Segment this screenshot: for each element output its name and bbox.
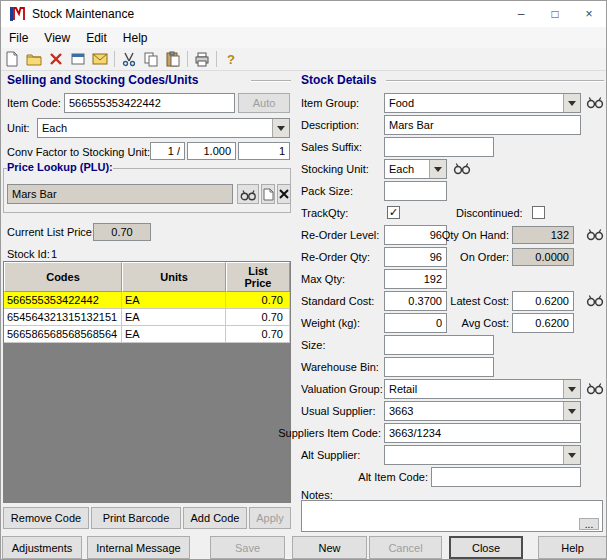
pack-size-input[interactable]: [384, 181, 447, 201]
table-row[interactable]: 566555353422442 EA 0.70: [4, 292, 290, 309]
cell-code[interactable]: 654564321315132151: [4, 309, 122, 326]
stocking-unit-combobox[interactable]: Each: [384, 159, 447, 179]
column-header-codes[interactable]: Codes: [4, 262, 122, 292]
size-input[interactable]: [384, 335, 494, 355]
chevron-down-icon[interactable]: [563, 94, 580, 112]
copy-icon: [143, 51, 159, 67]
menu-view[interactable]: View: [36, 29, 78, 47]
stocking-unit-lookup-button[interactable]: [453, 161, 473, 177]
unit-value: Each: [38, 119, 272, 137]
qty-on-hand-label: Qty On Hand:: [439, 225, 509, 245]
delete-button[interactable]: [45, 49, 67, 69]
new-button[interactable]: [1, 49, 23, 69]
avg-cost-input[interactable]: [512, 313, 574, 333]
weight-input[interactable]: [384, 313, 447, 333]
chevron-down-icon[interactable]: [563, 402, 580, 420]
binoculars-icon: [453, 161, 471, 175]
chevron-down-icon[interactable]: [563, 446, 580, 464]
notes-textarea[interactable]: [301, 500, 603, 532]
cancel-button[interactable]: Cancel: [369, 536, 442, 559]
warehouse-bin-input[interactable]: [384, 357, 494, 377]
mail-button[interactable]: [89, 49, 111, 69]
suppliers-item-code-input[interactable]: [384, 423, 581, 443]
chevron-down-icon[interactable]: [272, 119, 289, 137]
plu-find-button[interactable]: [237, 184, 259, 204]
valuation-group-lookup-button[interactable]: [586, 381, 606, 397]
close-button[interactable]: Close: [449, 536, 523, 559]
cell-price[interactable]: 0.70: [226, 326, 290, 343]
close-icon[interactable]: ×: [572, 1, 606, 27]
item-code-input[interactable]: [64, 93, 235, 113]
plu-clear-button[interactable]: [277, 184, 291, 204]
save-button[interactable]: Save: [210, 536, 285, 559]
column-header-list-price[interactable]: List Price: [226, 262, 290, 292]
reorder-qty-label: Re-Order Qty:: [301, 247, 370, 267]
table-row[interactable]: 654564321315132151 EA 0.70: [4, 309, 290, 326]
cell-unit[interactable]: EA: [122, 292, 226, 309]
alt-supplier-combobox[interactable]: [384, 445, 581, 465]
plu-new-button[interactable]: [261, 184, 275, 204]
apply-button[interactable]: Apply: [249, 507, 291, 529]
open-button[interactable]: [23, 49, 45, 69]
cell-code[interactable]: 566586568568568564: [4, 326, 122, 343]
conv-factor-1-input[interactable]: [150, 142, 185, 160]
conv-factor-3-input[interactable]: [238, 142, 290, 160]
chevron-down-icon[interactable]: [429, 160, 446, 178]
suppliers-item-code-label: Suppliers Item Code:: [271, 423, 381, 443]
print-button[interactable]: [191, 49, 213, 69]
cell-code[interactable]: 566555353422442: [4, 292, 122, 309]
minimize-icon[interactable]: –: [504, 1, 538, 27]
weight-label: Weight (kg):: [301, 313, 360, 333]
codes-grid: Codes Units List Price 566555353422442 E…: [3, 261, 291, 503]
latest-cost-input[interactable]: [512, 291, 574, 311]
discontinued-checkbox[interactable]: [532, 206, 545, 219]
right-group-line: [386, 80, 604, 82]
menu-file[interactable]: File: [1, 29, 36, 47]
stock-details-title: Stock Details: [301, 73, 376, 87]
maximize-icon[interactable]: □: [538, 1, 572, 27]
print-barcode-button[interactable]: Print Barcode: [91, 507, 181, 529]
unit-combobox[interactable]: Each: [37, 118, 290, 138]
track-qty-checkbox[interactable]: ✓: [387, 206, 400, 219]
internal-message-button[interactable]: Internal Message: [87, 536, 190, 559]
sales-suffix-label: Sales Suffix:: [301, 137, 362, 157]
cell-unit[interactable]: EA: [122, 326, 226, 343]
cell-price[interactable]: 0.70: [226, 292, 290, 309]
menu-help[interactable]: Help: [115, 29, 156, 47]
new-button-bottom[interactable]: New: [292, 536, 367, 559]
standard-cost-input[interactable]: [384, 291, 447, 311]
cut-button[interactable]: [118, 49, 140, 69]
auto-button[interactable]: Auto: [238, 93, 290, 113]
valuation-group-combobox[interactable]: Retail: [384, 379, 581, 399]
x-icon: [279, 189, 289, 199]
paste-button[interactable]: [162, 49, 184, 69]
help-button-bottom[interactable]: Help: [538, 536, 607, 559]
latest-cost-lookup-button[interactable]: [586, 293, 606, 309]
alt-item-code-input[interactable]: [431, 467, 581, 487]
form-button[interactable]: [67, 49, 89, 69]
cell-unit[interactable]: EA: [122, 309, 226, 326]
max-qty-input[interactable]: [384, 269, 447, 289]
description-input[interactable]: [384, 115, 581, 135]
item-group-lookup-button[interactable]: [586, 95, 606, 111]
copy-button[interactable]: [140, 49, 162, 69]
cell-price[interactable]: 0.70: [226, 309, 290, 326]
column-header-units[interactable]: Units: [122, 262, 226, 292]
help-button[interactable]: ?: [220, 49, 242, 69]
adjustments-button[interactable]: Adjustments: [2, 536, 82, 559]
chevron-down-icon[interactable]: [563, 380, 580, 398]
toolbar: ?: [1, 48, 606, 71]
add-code-button[interactable]: Add Code: [183, 507, 247, 529]
notes-more-button[interactable]: ...: [579, 518, 599, 530]
remove-code-button[interactable]: Remove Code: [3, 507, 89, 529]
menu-edit[interactable]: Edit: [78, 29, 115, 47]
delete-x-icon: [48, 51, 64, 67]
item-group-combobox[interactable]: Food: [384, 93, 581, 113]
conv-factor-2-input[interactable]: [187, 142, 236, 160]
qty-on-hand-lookup-button[interactable]: [586, 227, 606, 243]
table-row[interactable]: 566586568568568564 EA 0.70: [4, 326, 290, 343]
usual-supplier-combobox[interactable]: 3663: [384, 401, 581, 421]
reorder-level-input[interactable]: [384, 225, 447, 245]
sales-suffix-input[interactable]: [384, 137, 494, 157]
reorder-qty-input[interactable]: [384, 247, 447, 267]
